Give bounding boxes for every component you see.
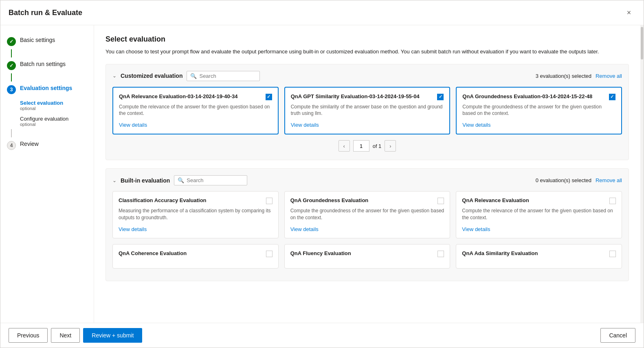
sidebar-item-basic-settings[interactable]: ✓ Basic settings [0, 33, 94, 49]
customized-page-input[interactable] [353, 140, 369, 152]
builtin-card-0[interactable]: Classification Accuracy Evaluation Measu… [112, 191, 279, 238]
builtin-remove-all-button[interactable]: Remove all [596, 177, 622, 183]
customized-card-1[interactable]: QnA GPT Similarity Evaluation-03-14-2024… [284, 87, 451, 135]
sidebar-item-batch-run[interactable]: ✓ Batch run settings [0, 57, 94, 73]
dialog-body: ✓ Basic settings ✓ Batch run settings 3 … [0, 25, 644, 323]
builtin-search-input[interactable] [187, 177, 244, 183]
builtin-card-2-view-details[interactable]: View details [462, 226, 490, 232]
customized-card-2[interactable]: QnA Groundedness Evaluation-03-14-2024-1… [456, 87, 622, 135]
scrollbar-thumb [641, 27, 643, 59]
card-0-desc: Compute the relevance of the answer for … [119, 104, 272, 117]
customized-section-left: ⌄ Customized evaluation 🔍 [112, 71, 260, 81]
sidebar-sub-label-select-optional: optional [20, 106, 87, 111]
step-3-indicator: 3 [7, 85, 16, 94]
builtin-card-1-title: QnA Groundedness Evaluation [290, 197, 438, 203]
dialog-header: Batch run & Evaluate × [0, 0, 644, 25]
sidebar-item-evaluation[interactable]: 3 Evaluation settings [0, 81, 94, 97]
card-1-checkbox[interactable]: ✓ [437, 94, 444, 100]
sidebar-sub-label-configure-optional: optional [20, 122, 87, 127]
builtin-cards-grid-2: QnA Coherence Evaluation QnA Fluency Eva… [112, 244, 622, 269]
main-content: Select evaluation You can choose to test… [94, 25, 640, 323]
card-1-view-details[interactable]: View details [291, 122, 319, 128]
builtin-card-0-header: Classification Accuracy Evaluation [119, 197, 273, 204]
customized-page-total: of 1 [373, 143, 382, 149]
card-1-desc: Compute the similarity of the answer bas… [291, 104, 444, 117]
card-2-checkbox[interactable]: ✓ [609, 94, 615, 100]
builtin-search-icon: 🔍 [178, 177, 184, 183]
customized-search-box[interactable]: 🔍 [187, 71, 260, 81]
builtin-section-header: ⌄ Built-in evaluation 🔍 0 evaluation(s) … [112, 175, 622, 185]
builtin-card-2-title: QnA Relevance Evaluation [462, 197, 609, 203]
builtin-card-1-header: QnA Groundedness Evaluation [290, 197, 444, 204]
customized-cards-grid: QnA Relevance Evaluation-03-14-2024-19-4… [112, 87, 622, 135]
card-2-checkmark: ✓ [610, 94, 614, 99]
previous-button[interactable]: Previous [9, 328, 48, 343]
customized-section-header: ⌄ Customized evaluation 🔍 3 evaluation(s… [112, 71, 622, 81]
sidebar-item-label-batch-run: Batch run settings [20, 61, 66, 67]
builtin-card-1[interactable]: QnA Groundedness Evaluation Compute the … [284, 191, 451, 238]
card-2-title: QnA Groundedness Evaluation-03-14-2024-1… [462, 93, 609, 99]
builtin-card-5[interactable]: QnA Ada Similarity Evaluation [456, 244, 622, 269]
customized-card-0[interactable]: QnA Relevance Evaluation-03-14-2024-19-4… [112, 87, 279, 135]
sidebar-sub-label-configure-evaluation: Configure evaluation [20, 116, 68, 122]
customized-search-input[interactable] [199, 73, 256, 79]
card-1-checkmark: ✓ [439, 94, 442, 99]
review-submit-button[interactable]: Review + submit [83, 328, 142, 343]
builtin-chevron-icon[interactable]: ⌄ [112, 178, 116, 183]
next-button[interactable]: Next [51, 328, 80, 343]
builtin-search-box[interactable]: 🔍 [174, 175, 247, 185]
customized-search-icon: 🔍 [190, 73, 197, 79]
customized-remove-all-button[interactable]: Remove all [596, 73, 622, 79]
builtin-card-2-desc: Compute the relevance of the answer for … [462, 207, 616, 221]
cancel-button[interactable]: Cancel [600, 328, 635, 343]
sidebar: ✓ Basic settings ✓ Batch run settings 3 … [0, 25, 94, 323]
customized-page-next[interactable]: › [385, 140, 396, 152]
builtin-card-2-checkbox[interactable] [609, 198, 616, 204]
builtin-card-4-title: QnA Fluency Evaluation [290, 250, 438, 256]
builtin-card-1-checkbox[interactable] [437, 198, 444, 204]
builtin-card-3-checkbox[interactable] [266, 251, 273, 257]
sidebar-sub-item-select-evaluation[interactable]: Select evaluation optional [0, 97, 94, 113]
dialog-footer: Previous Next Review + submit Cancel [0, 323, 644, 348]
card-2-view-details[interactable]: View details [462, 122, 490, 128]
customized-page-prev[interactable]: ‹ [338, 140, 350, 152]
builtin-card-0-title: Classification Accuracy Evaluation [119, 197, 266, 203]
builtin-card-2-header: QnA Relevance Evaluation [462, 197, 616, 204]
builtin-section-name: Built-in evaluation [121, 177, 170, 184]
card-0-title: QnA Relevance Evaluation-03-14-2024-19-4… [119, 93, 266, 99]
customized-chevron-icon[interactable]: ⌄ [112, 73, 116, 79]
builtin-card-3-header: QnA Coherence Evaluation [119, 250, 273, 257]
builtin-card-1-view-details[interactable]: View details [290, 226, 319, 232]
builtin-card-0-desc: Measuring the performance of a classific… [119, 207, 273, 221]
connector-3 [11, 129, 12, 137]
connector-1 [11, 49, 12, 57]
card-0-view-details[interactable]: View details [119, 122, 147, 128]
sidebar-item-label-review: Review [20, 141, 39, 147]
builtin-card-3[interactable]: QnA Coherence Evaluation [112, 244, 279, 269]
builtin-card-4-checkbox[interactable] [437, 251, 444, 257]
sidebar-sub-item-configure-evaluation[interactable]: Configure evaluation optional [0, 113, 94, 129]
card-1-header: QnA GPT Similarity Evaluation-03-14-2024… [291, 93, 444, 100]
sidebar-item-review[interactable]: 4 Review [0, 137, 94, 153]
builtin-card-5-checkbox[interactable] [609, 251, 616, 257]
builtin-card-4-header: QnA Fluency Evaluation [290, 250, 444, 257]
scrollbar[interactable] [640, 25, 644, 323]
builtin-section-right: 0 evaluation(s) selected Remove all [536, 177, 622, 183]
builtin-card-4[interactable]: QnA Fluency Evaluation [284, 244, 451, 269]
builtin-section-left: ⌄ Built-in evaluation 🔍 [112, 175, 247, 185]
close-button[interactable]: × [622, 6, 635, 19]
builtin-card-2[interactable]: QnA Relevance Evaluation Compute the rel… [456, 191, 622, 238]
builtin-card-5-header: QnA Ada Similarity Evaluation [462, 250, 616, 257]
builtin-card-3-title: QnA Coherence Evaluation [119, 250, 266, 256]
sidebar-item-label-evaluation: Evaluation settings [20, 85, 72, 91]
customized-pagination: ‹ of 1 › [112, 140, 622, 152]
dialog-title: Batch run & Evaluate [9, 9, 82, 17]
card-0-checkbox[interactable]: ✓ [266, 94, 272, 100]
builtin-card-0-checkbox[interactable] [266, 198, 273, 204]
builtin-selected-count: 0 evaluation(s) selected [536, 177, 591, 183]
customized-section-right: 3 evaluation(s) selected Remove all [536, 73, 622, 79]
builtin-card-0-view-details[interactable]: View details [119, 226, 147, 232]
builtin-eval-section: ⌄ Built-in evaluation 🔍 0 evaluation(s) … [106, 168, 629, 281]
customized-eval-section: ⌄ Customized evaluation 🔍 3 evaluation(s… [106, 64, 629, 161]
card-2-header: QnA Groundedness Evaluation-03-14-2024-1… [462, 93, 615, 100]
